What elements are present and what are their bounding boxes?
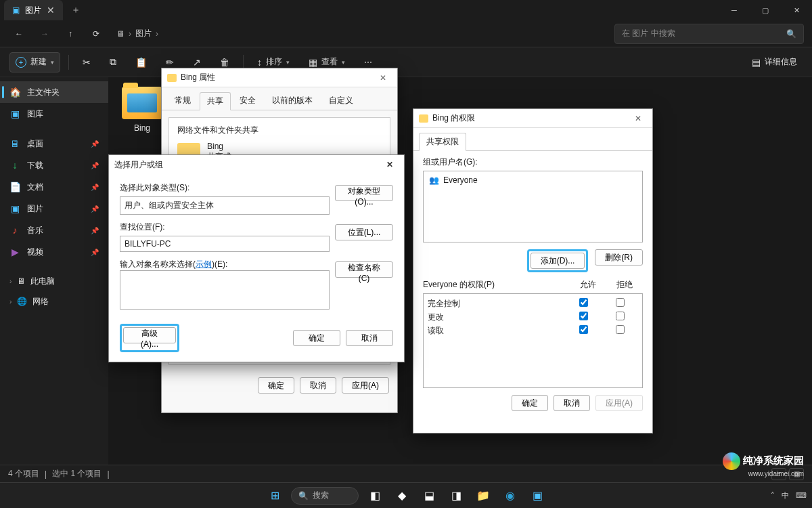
ok-button[interactable]: 确定 — [512, 395, 548, 411]
start-button[interactable]: ⊞ — [264, 486, 286, 505]
taskbar-widgets[interactable]: ◆ — [391, 486, 413, 505]
dialog-titlebar[interactable]: 选择用户或组 ✕ — [109, 155, 404, 174]
sidebar-item-desktop[interactable]: 🖥桌面📌 — [0, 133, 108, 154]
new-button[interactable]: + 新建 ▾ — [9, 52, 60, 72]
apply-button[interactable]: 应用(A) — [595, 395, 643, 411]
sidebar-item-videos[interactable]: ▶视频📌 — [0, 241, 108, 263]
group-user-label: 组或用户名(G): — [423, 156, 643, 168]
list-item-everyone[interactable]: 👥 Everyone — [426, 174, 639, 186]
ime-icon[interactable]: ⌨ — [796, 491, 807, 500]
dialog-titlebar[interactable]: Bing 的权限 ✕ — [413, 109, 652, 128]
allow-full-control-checkbox[interactable] — [579, 298, 588, 307]
desktop-icon: 🖥 — [9, 138, 20, 149]
close-tab-icon[interactable]: ✕ — [47, 5, 55, 16]
cancel-button[interactable]: 取消 — [554, 395, 590, 411]
user-listbox[interactable]: 👥 Everyone — [423, 171, 643, 242]
sidebar-item-network[interactable]: ›🌐网络 — [0, 291, 108, 312]
pin-icon: 📌 — [91, 140, 99, 148]
sidebar-item-pictures[interactable]: ▣图片📌 — [0, 198, 108, 219]
examples-link[interactable]: 示例 — [196, 259, 212, 269]
object-types-button[interactable]: 对象类型(O)... — [335, 185, 393, 201]
object-type-field: 用户、组或内置安全主体 — [120, 196, 330, 215]
monitor-icon: 🖥 — [116, 29, 125, 39]
deny-read-checkbox[interactable] — [616, 325, 625, 334]
taskbar-app[interactable]: ◨ — [445, 486, 467, 505]
minimize-button[interactable]: ─ — [719, 0, 750, 20]
locations-button[interactable]: 位置(L)... — [335, 224, 393, 240]
taskbar-app[interactable]: ▣ — [526, 486, 548, 505]
breadcrumb-item[interactable]: 图片 — [135, 28, 152, 39]
close-button[interactable]: ✕ — [629, 111, 647, 126]
breadcrumb[interactable]: 🖥 › 图片 › — [111, 28, 610, 39]
search-input[interactable]: 在 图片 中搜索 🔍 — [614, 24, 804, 44]
forward-button[interactable]: → — [34, 23, 55, 45]
task-view-button[interactable]: ◧ — [364, 486, 386, 505]
tab-security[interactable]: 安全 — [232, 91, 263, 110]
callout-highlight: 高级(A)... — [120, 324, 179, 352]
advanced-button[interactable]: 高级(A)... — [123, 327, 176, 343]
add-tab-button[interactable]: ＋ — [63, 4, 89, 16]
tab-previous-versions[interactable]: 以前的版本 — [265, 91, 320, 110]
close-button[interactable]: ✕ — [381, 157, 399, 172]
details-icon: ▤ — [752, 57, 761, 68]
sidebar-label: 视频 — [27, 247, 43, 258]
music-icon: ♪ — [9, 225, 20, 236]
back-button[interactable]: ← — [8, 23, 30, 45]
remove-button[interactable]: 删除(R) — [595, 249, 643, 266]
details-pane-button[interactable]: ▤ 详细信息 — [746, 52, 803, 72]
search-icon: 🔍 — [298, 491, 309, 501]
callout-highlight: 添加(D)... — [527, 249, 589, 272]
taskbar-search-label: 搜索 — [313, 490, 329, 501]
deny-full-control-checkbox[interactable] — [616, 298, 625, 307]
close-button[interactable]: ✕ — [374, 70, 392, 85]
dialog-titlebar[interactable]: Bing 属性 ✕ — [162, 68, 397, 87]
taskbar-app[interactable]: ⬓ — [418, 486, 440, 505]
taskbar-explorer[interactable]: 📁 — [472, 486, 494, 505]
tab-customize[interactable]: 自定义 — [321, 91, 361, 110]
column-allow: 允许 — [570, 279, 606, 291]
tab-share-permissions[interactable]: 共享权限 — [419, 133, 466, 151]
add-button[interactable]: 添加(D)... — [531, 253, 585, 269]
sidebar-label: 桌面 — [27, 138, 43, 150]
sidebar: 🏠主文件夹 ▣图库 🖥桌面📌 ↓下载📌 📄文档📌 ▣图片📌 ♪音乐📌 ▶视频📌 … — [0, 77, 108, 465]
sidebar-item-home[interactable]: 🏠主文件夹 — [0, 81, 108, 103]
sidebar-item-this-pc[interactable]: ›🖥此电脑 — [0, 271, 108, 291]
ok-button[interactable]: 确定 — [293, 330, 340, 346]
cancel-button[interactable]: 取消 — [300, 377, 336, 394]
tab-share[interactable]: 共享 — [200, 92, 231, 110]
sidebar-item-downloads[interactable]: ↓下载📌 — [0, 154, 108, 176]
share-item-name: Bing — [207, 142, 231, 151]
sidebar-item-music[interactable]: ♪音乐📌 — [0, 219, 108, 241]
folder-item-bing[interactable]: Bing — [118, 87, 166, 133]
ime-indicator[interactable]: 中 — [782, 490, 789, 501]
object-name-input[interactable] — [120, 270, 330, 310]
allow-change-checkbox[interactable] — [579, 312, 588, 320]
ok-button[interactable]: 确定 — [258, 377, 294, 394]
allow-read-checkbox[interactable] — [579, 325, 588, 334]
taskbar-search[interactable]: 🔍 搜索 — [291, 487, 359, 505]
close-window-button[interactable]: ✕ — [781, 0, 812, 20]
refresh-button[interactable]: ⟳ — [85, 23, 107, 45]
apply-button[interactable]: 应用(A) — [342, 377, 389, 394]
check-names-button[interactable]: 检查名称(C) — [335, 261, 393, 278]
window-tab[interactable]: ▣ 图片 ✕ — [4, 0, 63, 20]
column-deny: 拒绝 — [606, 279, 643, 291]
sidebar-item-documents[interactable]: 📄文档📌 — [0, 176, 108, 198]
taskbar-tray[interactable]: ˄ 中 ⌨ — [771, 490, 807, 501]
tab-general[interactable]: 常规 — [167, 91, 198, 110]
paste-button[interactable]: 📋 — [130, 52, 152, 72]
chevron-right-icon: › — [9, 278, 12, 285]
pin-icon: 📌 — [91, 184, 99, 191]
status-divider: | — [107, 469, 109, 479]
maximize-button[interactable]: ▢ — [750, 0, 781, 20]
cancel-button[interactable]: 取消 — [346, 330, 393, 346]
up-button[interactable]: ↑ — [60, 23, 81, 45]
taskbar-edge[interactable]: ◉ — [499, 486, 521, 505]
chevron-up-icon[interactable]: ˄ — [771, 491, 775, 500]
dialog-title: Bing 的权限 — [432, 112, 475, 124]
sidebar-item-gallery[interactable]: ▣图库 — [0, 103, 108, 125]
copy-button[interactable]: ⧉ — [104, 52, 122, 72]
deny-change-checkbox[interactable] — [616, 312, 625, 320]
permission-name: 更改 — [428, 312, 565, 323]
cut-button[interactable]: ✂ — [77, 52, 96, 72]
